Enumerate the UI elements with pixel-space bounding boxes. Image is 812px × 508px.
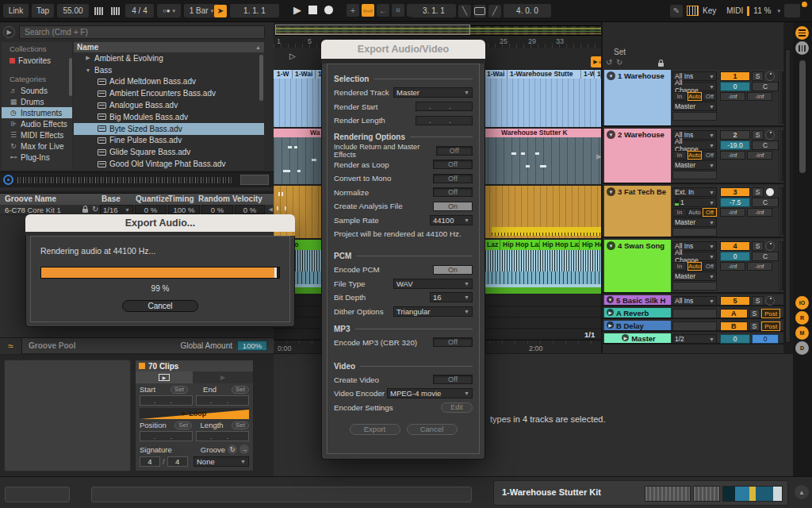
- position-set-button[interactable]: Set: [174, 421, 192, 429]
- groove-timing-value[interactable]: 100 %: [168, 205, 200, 214]
- groove-select[interactable]: None▼: [193, 456, 249, 467]
- sidebar-scrollbar[interactable]: [69, 58, 72, 96]
- clip[interactable]: 1-Wai: [293, 70, 316, 79]
- list-item[interactable]: Ambient Encounters Bass.adv: [74, 87, 264, 99]
- device-chain-bar[interactable]: 1-Warehouse Stutter Kit: [493, 480, 788, 506]
- col-quantize[interactable]: Quantize: [136, 194, 169, 203]
- create-video-toggle[interactable]: Off: [433, 375, 473, 384]
- output-select[interactable]: Master▼: [672, 160, 717, 170]
- dialog-title[interactable]: Export Audio/Video: [321, 40, 485, 59]
- list-item[interactable]: ▼Bass: [74, 64, 264, 76]
- loop-toggle[interactable]: ▶Loop: [140, 408, 249, 419]
- sidebar-item-midi-effects[interactable]: ☰MIDI Effects: [2, 129, 72, 140]
- arrangement-position-field[interactable]: 1. 1. 1: [230, 4, 279, 17]
- record-button[interactable]: [324, 6, 333, 14]
- piano-roll-toggle-icon[interactable]: [795, 41, 809, 55]
- hot-swap-groove-icon[interactable]: ↻: [228, 444, 237, 454]
- signature-denominator-field[interactable]: 4: [167, 456, 188, 467]
- col-base[interactable]: Base: [102, 194, 121, 203]
- create-analysis-toggle[interactable]: On: [433, 202, 473, 211]
- export-cancel-button[interactable]: Cancel: [407, 424, 458, 435]
- clip[interactable]: Hip Hop Laz: [541, 240, 580, 250]
- play-button[interactable]: ▶: [293, 4, 301, 16]
- track-activator[interactable]: 1: [720, 71, 750, 81]
- global-amount-value[interactable]: 100%: [237, 341, 267, 351]
- status-field-left[interactable]: [5, 487, 70, 502]
- clip[interactable]: Warehouse Stutter K: [485, 129, 601, 137]
- clip[interactable]: 1-Wai: [485, 70, 508, 79]
- groove-random-value[interactable]: 0 %: [201, 205, 233, 214]
- pre-post-toggle[interactable]: Post: [761, 321, 780, 331]
- output-select[interactable]: Master▼: [672, 271, 717, 281]
- loop-switch[interactable]: [473, 5, 486, 17]
- track-header-5[interactable]: ▼5 Basic Silk H All Ins▼ 5S: [603, 295, 785, 306]
- col-groove-name[interactable]: Groove Name: [5, 194, 56, 203]
- fold-icon[interactable]: ▼: [607, 130, 615, 139]
- time-signature-field[interactable]: 4 / 4: [125, 4, 154, 17]
- loop-length-field[interactable]: 4. 0. 0: [504, 4, 551, 17]
- device-thumbnail[interactable]: [693, 486, 720, 502]
- sidebar-item-sounds[interactable]: ♬Sounds: [2, 85, 72, 96]
- notification-dot-icon[interactable]: [802, 2, 807, 7]
- groove-velocity-value[interactable]: 0 %: [235, 205, 265, 214]
- collapse-left-icon[interactable]: ◀: [269, 206, 273, 213]
- end-set-button[interactable]: Set: [232, 386, 249, 394]
- overdub-plus-button[interactable]: +: [347, 4, 359, 17]
- bit-depth-select[interactable]: 16▼: [430, 292, 473, 302]
- track-activator[interactable]: 3: [720, 187, 750, 197]
- groove-quantize-value[interactable]: 0 %: [135, 205, 167, 214]
- pan-knob[interactable]: [765, 296, 775, 306]
- clip[interactable]: Hip Hop Laz: [501, 240, 540, 250]
- start-value-field[interactable]: . .: [140, 395, 193, 406]
- fold-icon[interactable]: ▼: [607, 241, 615, 250]
- undo-arrow-icon[interactable]: ↺: [606, 58, 612, 67]
- col-random[interactable]: Random: [198, 194, 230, 203]
- pan-center-field[interactable]: C: [752, 252, 779, 261]
- encode-mp3-toggle[interactable]: Off: [433, 337, 473, 347]
- position-value-field[interactable]: . .: [140, 431, 193, 441]
- loop-start-field[interactable]: 3. 1. 1: [412, 4, 456, 17]
- return-activator[interactable]: B: [720, 321, 748, 331]
- name-column-header[interactable]: Name▲: [74, 42, 264, 52]
- track-activator[interactable]: 2: [720, 130, 750, 140]
- render-length-field[interactable]: . .: [416, 116, 473, 125]
- status-field-center[interactable]: [91, 487, 472, 502]
- col-timing[interactable]: Timing: [168, 194, 194, 203]
- follow-button[interactable]: ➤: [214, 5, 227, 17]
- track-header-3[interactable]: ▼3 Fat Tech Be Ext. In▼ 1▼ In Auto Off M…: [603, 186, 785, 238]
- expand-panel-icon[interactable]: ▲: [795, 485, 809, 499]
- length-set-button[interactable]: Set: [232, 421, 249, 429]
- pan-knob[interactable]: [765, 130, 775, 140]
- pan-knob[interactable]: [765, 241, 775, 251]
- overview-viewport[interactable]: [275, 25, 470, 35]
- sample-rate-select[interactable]: 44100▼: [430, 215, 473, 225]
- input-type-select[interactable]: Ext. In▼: [672, 187, 717, 197]
- render-start-field[interactable]: . .: [416, 102, 473, 111]
- arm-button[interactable]: [765, 187, 775, 197]
- solo-button[interactable]: S: [752, 241, 764, 251]
- device-thumbnail[interactable]: [645, 486, 691, 502]
- list-item[interactable]: Fine Pulse Bass.adv: [74, 135, 264, 147]
- track-activator[interactable]: 5: [720, 296, 750, 306]
- sidebar-item-favorites[interactable]: Favorites: [2, 55, 72, 66]
- sidebar-item-drums[interactable]: ▦Drums: [2, 96, 72, 107]
- preview-waveform[interactable]: [17, 177, 233, 183]
- include-effects-toggle[interactable]: Off: [436, 146, 473, 156]
- end-value-field[interactable]: . .: [196, 395, 249, 406]
- search-input[interactable]: Search (Cmd + F): [19, 25, 265, 39]
- track-header-2[interactable]: ▼2 Warehouse All Ins▼ All Channe▼ In Aut…: [603, 129, 785, 184]
- signature-numerator-field[interactable]: 4: [140, 456, 160, 467]
- sidebar-item-max-for-live[interactable]: ↻Max for Live: [2, 140, 72, 152]
- show-mixer-toggle[interactable]: M: [795, 326, 809, 340]
- sidebar-item-plug-ins[interactable]: ⊷Plug-Ins: [2, 152, 72, 163]
- output-select[interactable]: Master▼: [672, 217, 717, 227]
- list-item-selected[interactable]: Byte Sized Bass.adv: [74, 123, 264, 135]
- volume-field[interactable]: -19.0: [720, 140, 750, 150]
- return-a-header[interactable]: ▶A Reverb ASPost: [603, 308, 785, 319]
- clip[interactable]: 1-W: [582, 70, 595, 79]
- solo-button[interactable]: S: [752, 187, 764, 197]
- rail-scrollbar[interactable]: [799, 60, 806, 173]
- monitor-off-button[interactable]: Off: [703, 208, 717, 217]
- monitor-auto-button[interactable]: Auto: [688, 208, 702, 217]
- chevron-right-icon[interactable]: ▶: [85, 55, 91, 61]
